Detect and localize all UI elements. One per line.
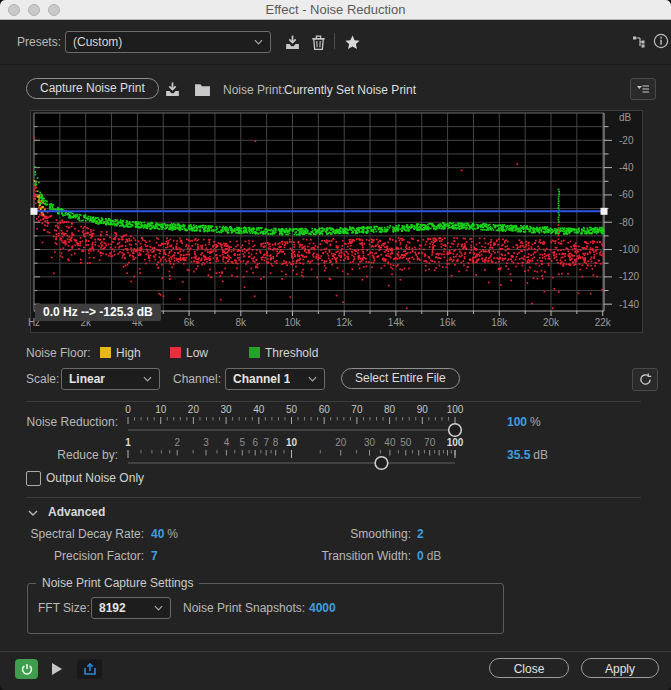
header-divider (0, 64, 671, 65)
panel-menu-button[interactable] (630, 78, 656, 100)
noise-print-status-label: Noise Print: (223, 83, 285, 97)
svg-text:20k: 20k (543, 317, 560, 328)
delete-preset-button[interactable] (308, 32, 328, 52)
section-divider (26, 401, 641, 402)
legend-high-label: High (116, 346, 141, 360)
fft-size-select[interactable]: 8192 (91, 597, 171, 619)
smoothing-value[interactable]: 2 (417, 527, 427, 541)
reduce-by-label: Reduce by: (0, 448, 118, 462)
svg-text:90: 90 (417, 404, 429, 415)
svg-text:1: 1 (125, 437, 131, 448)
effect-noise-reduction-dialog: Effect - Noise Reduction Presets: (Custo… (0, 0, 671, 690)
svg-text:40: 40 (384, 437, 396, 448)
noise-print-snapshots-label: Noise Print Snapshots: (183, 601, 305, 615)
svg-text:30: 30 (221, 404, 233, 415)
smoothing-label: Smoothing: (211, 527, 411, 541)
svg-text:6k: 6k (184, 317, 196, 328)
svg-text:70: 70 (351, 404, 363, 415)
save-noise-print-button[interactable] (162, 79, 182, 99)
loop-playback-toggle[interactable] (77, 659, 102, 679)
window-title: Effect - Noise Reduction (0, 2, 671, 17)
svg-text:22k: 22k (595, 317, 612, 328)
advanced-collapse-chevron-icon[interactable] (28, 510, 38, 517)
svg-text:40: 40 (253, 404, 265, 415)
apply-button[interactable]: Apply (581, 658, 659, 678)
svg-text:-60: -60 (619, 189, 634, 200)
scale-select[interactable]: Linear (61, 368, 160, 390)
legend-low-swatch (170, 347, 181, 358)
presets-select[interactable]: (Custom) (65, 31, 271, 53)
presets-label: Presets: (17, 35, 61, 49)
reduce-by-slider[interactable]: 12345678102030405070100 (120, 437, 480, 470)
legend-high-swatch (100, 347, 111, 358)
svg-text:dB: dB (619, 112, 632, 123)
svg-text:6: 6 (252, 437, 258, 448)
svg-text:20: 20 (188, 404, 200, 415)
close-button[interactable]: Close (489, 658, 569, 678)
svg-text:7: 7 (263, 437, 269, 448)
precision-factor-value[interactable]: 7 (151, 549, 161, 563)
reduce-by-row: Reduce by: 12345678102030405070100 35.5d… (0, 437, 671, 470)
svg-text:-80: -80 (619, 217, 634, 228)
svg-text:18k: 18k (491, 317, 508, 328)
presets-value: (Custom) (73, 35, 122, 49)
noise-print-snapshots-value[interactable]: 4000 (309, 601, 336, 615)
output-noise-only-label: Output Noise Only (46, 471, 144, 485)
threshold-left-handle[interactable] (31, 208, 38, 215)
output-noise-only-checkbox[interactable] (26, 471, 41, 486)
svg-text:5: 5 (240, 437, 246, 448)
save-preset-button[interactable] (282, 32, 302, 52)
fft-size-label: FFT Size: (38, 601, 90, 615)
svg-text:-100: -100 (619, 244, 639, 255)
info-button[interactable] (652, 32, 670, 50)
svg-text:10: 10 (286, 437, 298, 448)
select-entire-file-button[interactable]: Select Entire File (341, 368, 460, 389)
legend-threshold-swatch (249, 347, 260, 358)
footer-divider (0, 651, 671, 652)
noise-reduction-slider[interactable]: 0102030405060708090100 (120, 404, 480, 437)
svg-text:20: 20 (335, 437, 347, 448)
svg-text:10k: 10k (284, 317, 301, 328)
save-icon (284, 34, 301, 51)
svg-text:16k: 16k (440, 317, 457, 328)
advanced-header[interactable]: Advanced (48, 505, 105, 519)
graph-tooltip: 0.0 Hz --> -125.3 dB (35, 304, 161, 321)
noise-floor-plot[interactable]: dB-20-40-60-80-100-120-140Hz2k4k6k8k10k1… (31, 111, 642, 332)
capture-noise-print-button[interactable]: Capture Noise Print (26, 78, 159, 99)
legend-threshold-label: Threshold (265, 346, 318, 360)
trash-icon (311, 34, 326, 51)
spectral-decay-rate-value[interactable]: 40% (151, 527, 178, 541)
transition-width-value[interactable]: 0dB (417, 549, 441, 563)
load-noise-print-button[interactable] (192, 79, 212, 99)
scale-label: Scale: (26, 372, 59, 386)
svg-text:8: 8 (273, 437, 279, 448)
noise-floor-legend-label: Noise Floor: (26, 346, 91, 360)
chevron-down-icon (143, 376, 152, 382)
reset-button[interactable] (632, 368, 658, 391)
noise-floor-graph[interactable]: dB-20-40-60-80-100-120-140Hz2k4k6k8k10k1… (30, 110, 643, 333)
titlebar: Effect - Noise Reduction (0, 0, 671, 20)
side-chain-button[interactable] (630, 33, 648, 51)
spectral-decay-rate-label: Spectral Decay Rate: (0, 527, 144, 541)
svg-text:-40: -40 (619, 162, 634, 173)
section-divider (26, 497, 641, 498)
noise-reduction-handle[interactable] (449, 424, 462, 437)
chevron-down-icon (154, 605, 163, 611)
svg-text:50: 50 (286, 404, 298, 415)
noise-print-capture-settings-title: Noise Print Capture Settings (36, 576, 199, 590)
svg-text:30: 30 (364, 437, 376, 448)
favorite-button[interactable] (342, 32, 362, 52)
threshold-right-handle[interactable] (601, 208, 608, 215)
svg-text:10: 10 (155, 404, 167, 415)
reduce-by-value: 35.5dB (507, 448, 548, 462)
svg-text:50: 50 (400, 437, 412, 448)
reduce-by-handle[interactable] (375, 457, 388, 470)
channel-select[interactable]: Channel 1 (225, 368, 325, 390)
effect-power-toggle[interactable] (15, 659, 38, 679)
routing-icon (632, 35, 646, 49)
preview-play-button[interactable] (48, 659, 66, 679)
svg-text:80: 80 (384, 404, 396, 415)
scale-value: Linear (69, 372, 105, 386)
svg-text:-140: -140 (619, 299, 639, 310)
transition-width-label: Transition Width: (211, 549, 411, 563)
